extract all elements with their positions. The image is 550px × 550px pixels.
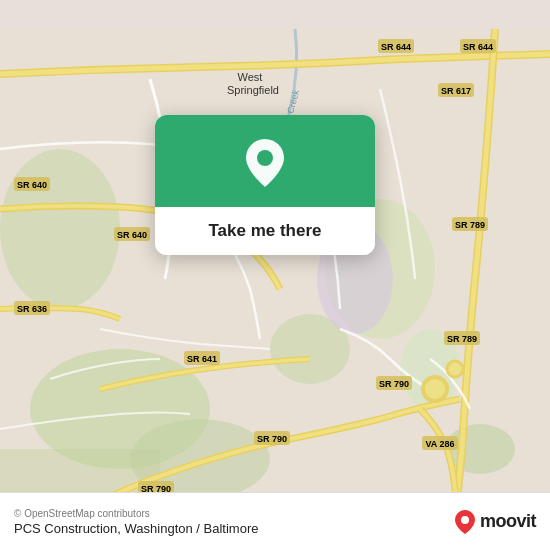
- svg-text:SR 790: SR 790: [257, 434, 287, 444]
- svg-text:SR 789: SR 789: [447, 334, 477, 344]
- svg-text:SR 617: SR 617: [441, 86, 471, 96]
- map-container: SR 644 SR 644 SR 617 SR 640 SR 640 SR 78…: [0, 0, 550, 550]
- svg-text:SR 641: SR 641: [187, 354, 217, 364]
- svg-point-43: [257, 150, 273, 166]
- svg-text:SR 644: SR 644: [463, 42, 493, 52]
- moovit-logo[interactable]: moovit: [454, 509, 536, 535]
- svg-point-2: [0, 149, 120, 309]
- location-pin-icon: [242, 137, 288, 189]
- svg-text:SR 790: SR 790: [379, 379, 409, 389]
- svg-text:West: West: [238, 71, 263, 83]
- bottom-left-info: © OpenStreetMap contributors PCS Constru…: [14, 508, 258, 536]
- bottom-info-bar: © OpenStreetMap contributors PCS Constru…: [0, 492, 550, 550]
- take-me-there-button[interactable]: Take me there: [155, 207, 375, 255]
- location-popup: Take me there: [155, 115, 375, 255]
- moovit-pin-icon: [454, 509, 476, 535]
- svg-point-44: [461, 516, 469, 524]
- location-name: PCS Construction, Washington / Baltimore: [14, 521, 258, 536]
- svg-text:SR 640: SR 640: [117, 230, 147, 240]
- moovit-brand-text: moovit: [480, 511, 536, 532]
- svg-text:SR 636: SR 636: [17, 304, 47, 314]
- osm-attribution: © OpenStreetMap contributors: [14, 508, 258, 519]
- svg-point-11: [447, 361, 463, 377]
- svg-text:SR 640: SR 640: [17, 180, 47, 190]
- popup-header: [155, 115, 375, 207]
- svg-text:VA 286: VA 286: [425, 439, 454, 449]
- svg-point-10: [423, 377, 447, 401]
- svg-text:SR 789: SR 789: [455, 220, 485, 230]
- map-background: SR 644 SR 644 SR 617 SR 640 SR 640 SR 78…: [0, 0, 550, 550]
- svg-text:SR 644: SR 644: [381, 42, 411, 52]
- svg-text:Springfield: Springfield: [227, 84, 279, 96]
